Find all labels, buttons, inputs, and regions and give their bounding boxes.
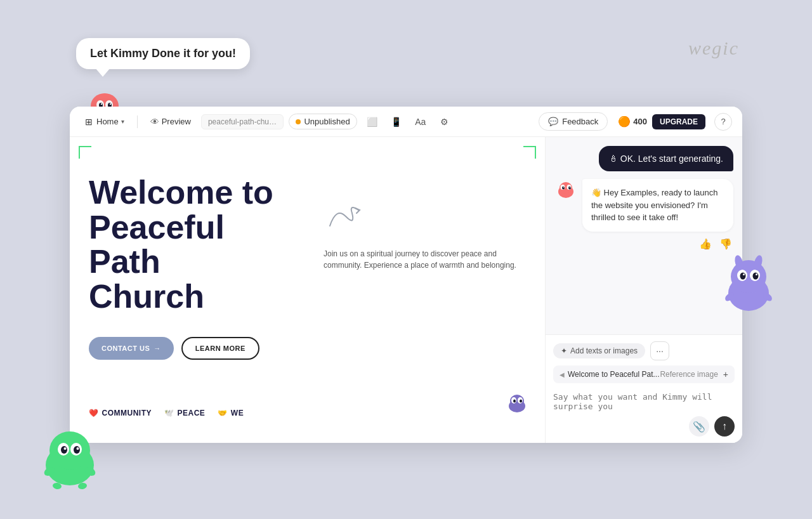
preview-button[interactable]: 👁 Preview (145, 114, 196, 129)
chat-ok-bubble: 🕯 OK. Let's start generating. (599, 146, 733, 171)
publish-status: Unpublished (304, 117, 350, 126)
svg-point-43 (61, 446, 67, 454)
svg-point-17 (513, 400, 516, 403)
mini-mascot (505, 392, 529, 421)
website-preview: Welcome to Peaceful Path Church Join us … (70, 137, 546, 443)
green-mascot (32, 417, 102, 487)
settings-icon[interactable]: ⚙ (435, 112, 455, 132)
attach-button[interactable]: 📎 (689, 416, 709, 437)
reference-image-label: Reference image (660, 370, 717, 379)
home-button[interactable]: ⊞ Home ▾ (80, 114, 129, 129)
chat-bot-row: 👋 Hey Examples, ready to launch the webs… (554, 179, 733, 251)
reference-page-text: Welcome to Peaceful Pat... (568, 370, 660, 379)
upgrade-button[interactable]: UPGRADE (652, 114, 705, 129)
svg-point-23 (562, 187, 565, 190)
reference-row: ◀ Welcome to Peaceful Pat... Reference i… (553, 365, 735, 383)
svg-point-33 (743, 273, 745, 275)
svg-point-40 (49, 431, 90, 470)
feedback-button[interactable]: 💬 Feedback (539, 112, 608, 131)
send-button[interactable]: ↑ (714, 416, 735, 437)
desktop-icon[interactable]: ⬜ (362, 112, 383, 132)
browser-content: Welcome to Peaceful Path Church Join us … (70, 137, 742, 443)
preview-buttons: CONTACT US → LEARN MORE (89, 337, 259, 360)
add-reference-button[interactable]: + (723, 369, 728, 379)
peace-item: 🕊️ PEACE (164, 409, 205, 417)
ref-chevron-icon: ◀ (560, 371, 565, 378)
chevron-down-icon: ▾ (121, 118, 124, 125)
feedback-icon: 💬 (548, 117, 558, 126)
coin-icon: 🟠 (618, 115, 631, 128)
reference-left: ◀ Welcome to Peaceful Pat... (560, 370, 660, 379)
chat-text-input[interactable] (553, 388, 735, 411)
sparkle-icon: ✦ (561, 346, 567, 355)
wegic-logo: wegic (685, 30, 761, 67)
learn-more-button[interactable]: LEARN MORE (181, 337, 259, 360)
add-content-row: ✦ Add texts or images ··· (553, 341, 735, 360)
svg-point-26 (570, 187, 571, 188)
divider (137, 115, 138, 128)
purple-mascot (717, 247, 774, 311)
toolbar-icons: ⬜ 📱 Aa ⚙ (362, 112, 455, 132)
community-item: ❤️ COMMUNITY (89, 409, 152, 417)
font-icon[interactable]: Aa (410, 112, 431, 132)
more-options-button[interactable]: ··· (650, 341, 669, 360)
svg-point-25 (563, 187, 565, 188)
preview-headline: Welcome to Peaceful Path Church (89, 175, 304, 313)
credits-area: 🟠 400 UPGRADE (618, 114, 705, 129)
add-content-button[interactable]: ✦ Add texts or images (553, 343, 645, 358)
thumbs-up-button[interactable]: 👍 (698, 237, 713, 251)
speech-bubble: Let Kimmy Done it for you! (76, 38, 250, 69)
svg-point-34 (756, 273, 757, 275)
we-item: 🤝 WE (218, 409, 244, 417)
feedback-label: Feedback (562, 117, 598, 126)
url-bar[interactable]: peaceful-path-church... (201, 114, 284, 129)
publish-dot (296, 119, 301, 124)
svg-point-7 (101, 103, 102, 105)
preview-right-content: Join us on a spiritual journey to discov… (324, 200, 527, 271)
svg-point-18 (520, 400, 522, 403)
chat-mascot-avatar (554, 179, 577, 202)
add-content-label: Add texts or images (570, 346, 638, 355)
publish-badge[interactable]: Unpublished (289, 114, 357, 129)
chat-response-bubble: 👋 Hey Examples, ready to launch the webs… (582, 179, 733, 232)
help-button[interactable]: ? (714, 113, 732, 131)
bot-response-text: 👋 Hey Examples, ready to launch the webs… (591, 188, 718, 222)
contact-us-button[interactable]: CONTACT US → (89, 337, 174, 360)
eye-icon: 👁 (150, 117, 159, 127)
svg-text:wegic: wegic (688, 37, 739, 58)
svg-point-24 (568, 187, 571, 190)
ok-message: 🕯 OK. Let's start generating. (609, 154, 723, 164)
chat-actions-row: 📎 ↑ (553, 416, 735, 437)
browser-toolbar: ⊞ Home ▾ 👁 Preview peaceful-path-church.… (70, 107, 742, 137)
svg-point-44 (74, 446, 80, 454)
url-text: peaceful-path-church... (208, 117, 284, 126)
svg-point-8 (110, 103, 111, 105)
svg-point-45 (64, 447, 67, 450)
browser-window: ⊞ Home ▾ 👁 Preview peaceful-path-church.… (70, 107, 742, 443)
chat-messages: 🕯 OK. Let's start generating. (546, 137, 742, 334)
help-label: ? (721, 117, 725, 126)
chat-panel: 🕯 OK. Let's start generating. (546, 137, 742, 443)
svg-point-31 (740, 273, 746, 280)
preview-bottom-bar: ❤️ COMMUNITY 🕊️ PEACE 🤝 WE (89, 409, 244, 417)
corner-tl (79, 146, 91, 159)
chat-input-area: ✦ Add texts or images ··· ◀ Welcome to P… (546, 334, 742, 443)
swirl-icon (324, 200, 527, 238)
mobile-icon[interactable]: 📱 (386, 112, 407, 132)
preview-label: Preview (162, 117, 191, 126)
chat-reaction-row: 👍 👎 (582, 237, 733, 251)
corner-tr (523, 146, 536, 159)
home-label: Home (96, 117, 119, 126)
preview-tagline: Join us on a spiritual journey to discov… (324, 248, 527, 271)
credits-number: 400 (633, 117, 647, 126)
svg-point-46 (77, 447, 79, 450)
home-icon: ⊞ (85, 117, 93, 127)
svg-point-32 (753, 273, 759, 280)
